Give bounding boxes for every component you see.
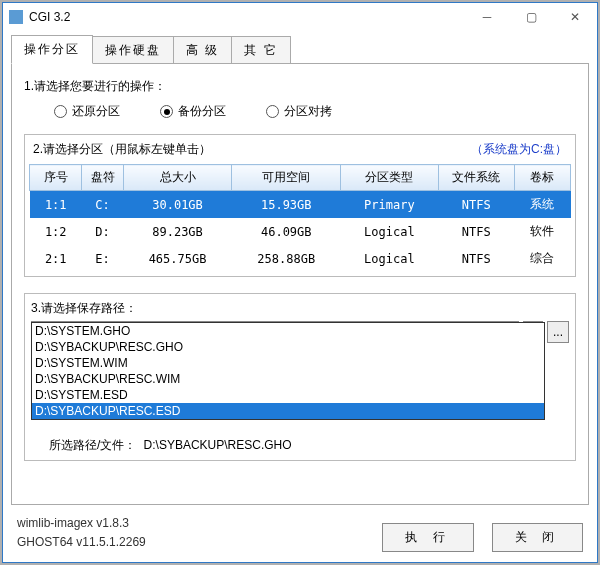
titlebar: CGI 3.2 ─ ▢ ✕ <box>3 3 597 31</box>
footer: wimlib-imagex v1.8.3 GHOST64 v11.5.1.226… <box>3 512 597 562</box>
dropdown-option[interactable]: D:\SYBACKUP\RESC.GHO <box>32 339 544 355</box>
save-path-section: 3.请选择保存路径： ⌄ ... D:\SYSTEM.GHOD:\SYBACKU… <box>24 293 576 461</box>
col-fs[interactable]: 文件系统 <box>438 165 514 191</box>
tab-other[interactable]: 其 它 <box>231 36 290 64</box>
tab-advanced[interactable]: 高 级 <box>173 36 232 64</box>
window-title: CGI 3.2 <box>29 10 465 24</box>
version-info: wimlib-imagex v1.8.3 GHOST64 v11.5.1.226… <box>17 514 382 552</box>
chosen-path-row: 所选路径/文件： D:\SYBACKUP\RESC.GHO <box>49 437 569 454</box>
tab-disk-ops[interactable]: 操作硬盘 <box>92 36 174 64</box>
dropdown-option[interactable]: D:\SYBACKUP\RESC.ESD <box>32 403 544 419</box>
partition-table: 序号 盘符 总大小 可用空间 分区类型 文件系统 卷标 1:1C:30.01GB… <box>29 164 571 272</box>
table-row[interactable]: 1:1C:30.01GB15.93GBPrimaryNTFS系统 <box>30 191 571 219</box>
col-free[interactable]: 可用空间 <box>232 165 341 191</box>
main-panel: 1.请选择您要进行的操作： 还原分区 备份分区 分区对拷 2.请选择分区（用鼠标… <box>11 63 589 505</box>
close-button[interactable]: 关 闭 <box>492 523 583 552</box>
execute-button[interactable]: 执 行 <box>382 523 473 552</box>
step3-label: 3.请选择保存路径： <box>31 300 569 317</box>
close-window-button[interactable]: ✕ <box>553 3 597 31</box>
maximize-button[interactable]: ▢ <box>509 3 553 31</box>
dropdown-option[interactable]: D:\SYSTEM.ESD <box>32 387 544 403</box>
radio-partition-copy[interactable]: 分区对拷 <box>266 103 332 120</box>
step1-label: 1.请选择您要进行的操作： <box>24 78 576 95</box>
operation-radio-group: 还原分区 备份分区 分区对拷 <box>54 103 576 120</box>
browse-button[interactable]: ... <box>547 321 569 343</box>
col-label[interactable]: 卷标 <box>514 165 570 191</box>
radio-restore-partition[interactable]: 还原分区 <box>54 103 120 120</box>
col-total[interactable]: 总大小 <box>123 165 232 191</box>
radio-backup-partition[interactable]: 备份分区 <box>160 103 226 120</box>
chosen-path-value: D:\SYBACKUP\RESC.GHO <box>144 438 292 452</box>
dropdown-option[interactable]: D:\SYBACKUP\RESC.WIM <box>32 371 544 387</box>
partition-section: 2.请选择分区（用鼠标左键单击） （系统盘为C:盘） 序号 盘符 总大小 可用空… <box>24 134 576 277</box>
tab-partition-ops[interactable]: 操作分区 <box>11 35 93 64</box>
save-path-dropdown-list: D:\SYSTEM.GHOD:\SYBACKUP\RESC.GHOD:\SYST… <box>31 322 545 420</box>
col-ptype[interactable]: 分区类型 <box>341 165 438 191</box>
step2-label: 2.请选择分区（用鼠标左键单击） <box>33 141 211 158</box>
dropdown-option[interactable]: D:\SYSTEM.GHO <box>32 323 544 339</box>
col-drive[interactable]: 盘符 <box>82 165 123 191</box>
table-row[interactable]: 1:2D:89.23GB46.09GBLogicalNTFS软件 <box>30 218 571 245</box>
app-icon <box>9 10 23 24</box>
system-disk-hint: （系统盘为C:盘） <box>471 141 567 158</box>
col-no[interactable]: 序号 <box>30 165 82 191</box>
dropdown-option[interactable]: D:\SYSTEM.WIM <box>32 355 544 371</box>
app-window: CGI 3.2 ─ ▢ ✕ 操作分区 操作硬盘 高 级 其 它 1.请选择您要进… <box>2 2 598 563</box>
minimize-button[interactable]: ─ <box>465 3 509 31</box>
table-row[interactable]: 2:1E:465.75GB258.88GBLogicalNTFS综合 <box>30 245 571 272</box>
tab-bar: 操作分区 操作硬盘 高 级 其 它 <box>3 31 597 64</box>
